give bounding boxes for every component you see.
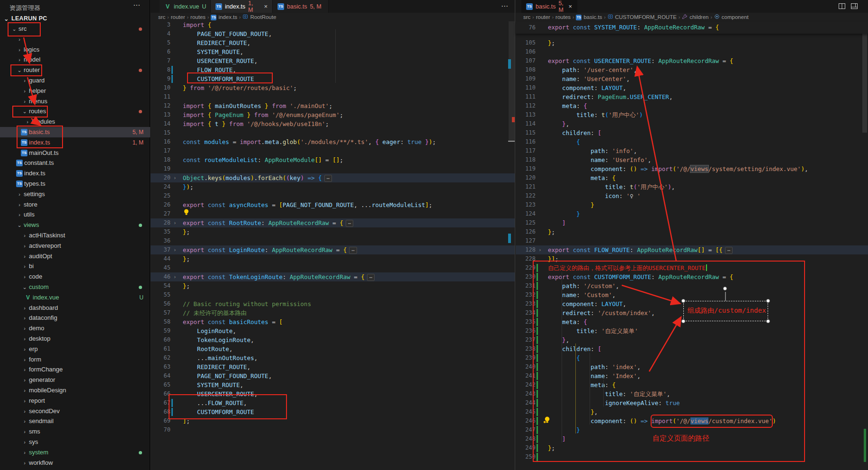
tree-item-index.vue[interactable]: Vindex.vueU [0,292,150,303]
code-line-68[interactable]: 68 CUSTOMFORM_ROUTE [151,407,515,416]
code-line-25[interactable]: 25 [151,191,515,200]
callout-handle[interactable] [766,299,770,303]
tree-item-basic.ts[interactable]: TSbasic.ts5, M [0,127,150,137]
code-line-59[interactable]: 59 LoginRoute, [151,326,515,335]
breadcrumb-item[interactable]: src [158,14,165,20]
tree-item-workflow[interactable]: ›workflow [0,458,150,468]
code-line-113[interactable]: 113 title: t('用户中心') [516,110,868,119]
code-line-63[interactable]: 63 REDIRECT_ROUTE, [151,362,515,371]
breadcrumb-item[interactable]: RootRoute [250,14,276,20]
code-line-115[interactable]: 115 children: [ [516,128,868,137]
code-line-28[interactable]: 28›export const RootRoute: AppRouteRecor… [151,218,515,227]
code-line-66[interactable]: 66 USERCENTER_ROUTE, [151,389,515,398]
code-line-15[interactable]: 15 [151,128,515,137]
code-editor-basic-ts[interactable]: 105};106107export const USERCENTER_ROUTE… [516,21,868,470]
code-line-250[interactable]: 250 [516,452,868,461]
code-line-114[interactable]: 114 }, [516,119,868,128]
code-line-246[interactable]: 246 component: () => import('/@/views/cu… [516,416,868,425]
callout-handle[interactable] [681,299,685,303]
code-line-10[interactable]: 10} from '/@/router/routes/basic'; [151,83,515,92]
annotation-callout-box[interactable]: 组成路由/custom/index [683,301,768,321]
code-line-20[interactable]: 20›Object.keys(modules).forEach((key) =>… [151,173,515,182]
code-line-4[interactable]: 4 PAGE_NOT_FOUND_ROUTE, [151,29,515,38]
code-line-128[interactable]: 128›export const FLOW_ROUTE: AppRouteRec… [516,245,868,254]
code-line-45[interactable]: 45 [151,263,515,272]
tree-item-logics[interactable]: ›logics [0,45,150,55]
callout-handle[interactable] [766,319,770,323]
breadcrumb-right[interactable]: src›router›routes›TSbasic.ts›CUSTOMFORM_… [516,13,868,21]
code-line-6[interactable]: 6 SYSTEM_ROUTE, [151,47,515,56]
tree-item-auditOpt[interactable]: ›auditOpt [0,251,150,262]
tree-item-secondDev[interactable]: ›secondDev [0,406,150,416]
callout-rotate-handle[interactable] [723,287,727,290]
lightbulb-icon[interactable] [183,208,190,216]
fold-chevron-icon[interactable]: › [173,272,177,281]
tree-item-src[interactable]: ⌄src [0,24,150,34]
breadcrumb-item[interactable]: router [171,14,185,20]
fold-chevron-icon[interactable]: › [173,173,177,182]
tree-item-bi[interactable]: ›bi [0,261,150,271]
fold-chevron-icon[interactable]: › [173,218,177,227]
code-line-44[interactable]: 44}; [151,254,515,263]
fold-chevron-icon[interactable]: › [173,245,177,254]
code-line-245[interactable]: 245 }, [516,407,868,416]
code-line-58[interactable]: 58export const basicRoutes = [ [151,317,515,326]
tree-item-helper[interactable]: ›helper [0,86,150,96]
breadcrumb-item[interactable]: src [523,14,530,20]
code-line-241[interactable]: 241 name: 'Index', [516,371,868,380]
code-line-229[interactable]: 229自己定义的路由，格式可以参考上面的USERCENTER_ROUTE [516,263,868,272]
code-line-108[interactable]: 108 path: '/user-center', [516,65,868,74]
code-line-249[interactable]: 249}; [516,443,868,452]
breadcrumb-item[interactable]: CUSTOMFORM_ROUTE [615,14,677,20]
code-line-13[interactable]: 13import { PageEnum } from '/@/enums/pag… [151,110,515,119]
scrollbar-middle[interactable] [509,21,515,142]
tree-item-dashboard[interactable]: ›dashboard [0,303,150,313]
tree-item-menus[interactable]: ›menus [0,96,150,107]
code-line-37[interactable]: 37›export const LoginRoute: AppRouteReco… [151,245,515,254]
code-line-232[interactable]: 232 name: 'Custom', [516,290,868,299]
tree-item-generator[interactable]: ›generator [0,375,150,385]
code-line-57[interactable]: 57// 未经许可的基本路由 [151,308,515,317]
explorer-more-actions-icon[interactable]: ⋯ [133,1,140,9]
code-line-107[interactable]: 107export const USERCENTER_ROUTE: AppRou… [516,56,868,65]
tree-item-code[interactable]: ›code [0,271,150,282]
tree-item-settings[interactable]: ›settings [0,189,150,199]
breadcrumb-item[interactable]: children [689,14,708,20]
code-line-19[interactable]: 19 [151,164,515,173]
breadcrumb-item[interactable]: routes [190,14,206,20]
code-line-64[interactable]: 64 PAGE_NOT_FOUND_ROUTE, [151,371,515,380]
tree-item-mainOut.ts[interactable]: TSmainOut.ts [0,148,150,158]
code-line-18[interactable]: 18const routeModuleList: AppRouteModule[… [151,155,515,164]
tree-item-hidden[interactable]: › [0,34,150,45]
tree-item-views[interactable]: ⌄views [0,220,150,230]
code-line-62[interactable]: 62 ...mainOutRoutes, [151,353,515,362]
close-icon[interactable]: × [264,3,268,10]
tree-item-desktop[interactable]: ›desktop [0,334,150,344]
code-line-36[interactable]: 36 [151,236,515,245]
code-line-3[interactable]: 3import { [151,20,515,29]
tree-item-utils[interactable]: ›utils [0,209,150,220]
code-line-8[interactable]: 8 FLOW_ROUTE, [151,65,515,74]
code-line-27[interactable]: 27 [151,209,515,218]
breadcrumb-item[interactable]: routes [555,14,571,20]
code-editor-index-ts[interactable]: 3import {4 PAGE_NOT_FOUND_ROUTE,5 REDIRE… [151,21,515,470]
tree-item-erp[interactable]: ›erp [0,344,150,354]
tab-basic.ts[interactable]: TSbasic.ts5, M [273,0,329,13]
code-line-11[interactable]: 11 [151,92,515,101]
tab-basic.ts[interactable]: TSbasic.ts5, M× [521,0,577,13]
tree-item-report[interactable]: ›report [0,396,150,406]
code-line-56[interactable]: 56// Basic routing without permissions [151,299,515,308]
code-line-247[interactable]: 247 } [516,425,868,434]
code-line-121[interactable]: 121 title: t('用户中心'), [516,182,868,191]
tree-item-router[interactable]: ⌄router [0,65,150,75]
tree-item-index.ts[interactable]: TSindex.ts [0,168,150,179]
tree-item-sendmail[interactable]: ›sendmail [0,416,150,426]
tree-item-custom[interactable]: ⌄custom [0,282,150,292]
code-line-120[interactable]: 120 meta: { [516,173,868,182]
code-line-5[interactable]: 5 REDIRECT_ROUTE, [151,38,515,47]
close-icon[interactable]: × [568,3,572,10]
tree-item-constant.ts[interactable]: TSconstant.ts [0,158,150,168]
breadcrumb-item[interactable]: index.ts [218,14,237,20]
tab-index.vue[interactable]: Vindex.vueU [160,0,211,13]
code-line-24[interactable]: 24}); [151,182,515,191]
